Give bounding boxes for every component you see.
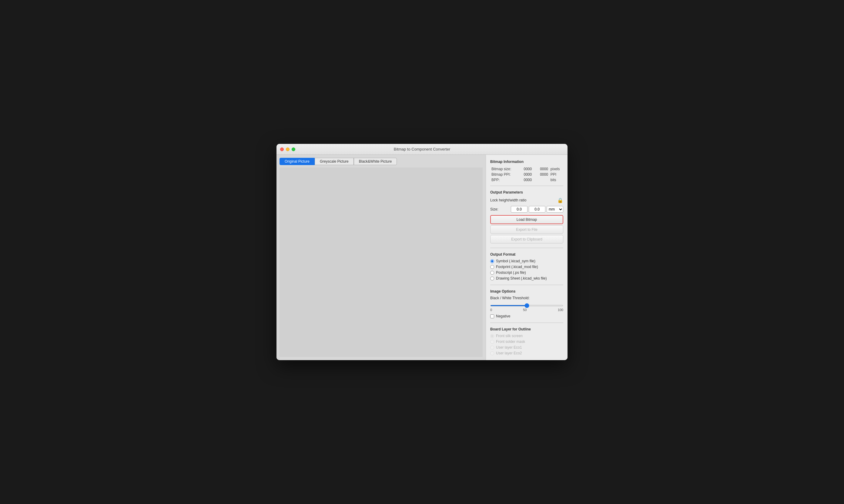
- format-sym-label: Symbol (.kicad_sym file): [496, 259, 535, 263]
- size-unit-select[interactable]: mm mil inch: [547, 206, 563, 213]
- bitmap-size-w: 0000: [517, 166, 533, 172]
- export-to-file-button[interactable]: Export to File: [490, 226, 563, 234]
- layer-user-eco2-label: User layer Eco2: [496, 351, 522, 355]
- main-content: Original Picture Greyscale Picture Black…: [276, 155, 568, 360]
- size-label: Size:: [490, 207, 510, 211]
- board-layer-group: Front silk screen Front solder mask User…: [490, 334, 563, 355]
- slider-marks: 0 50 100: [490, 308, 563, 312]
- lock-ratio-label: Lock height/width ratio: [490, 198, 555, 202]
- app-window: Bitmap to Component Converter Original P…: [276, 144, 568, 360]
- layer-front-silk-radio[interactable]: [490, 334, 494, 338]
- layer-front-solder-radio[interactable]: [490, 340, 494, 344]
- size-width-input[interactable]: [511, 206, 528, 213]
- tab-greyscale[interactable]: Greyscale Picture: [315, 158, 354, 165]
- bitmap-ppi-label: Bitmap PPI:: [490, 172, 517, 177]
- format-ps-radio[interactable]: [490, 271, 494, 275]
- layer-front-silk-label: Front silk screen: [496, 334, 523, 338]
- layer-front-solder[interactable]: Front solder mask: [490, 340, 563, 344]
- negative-checkbox[interactable]: [490, 314, 494, 318]
- bitmap-size-h: 0000: [533, 166, 549, 172]
- output-format-group: Symbol (.kicad_sym file) Footprint (.kic…: [490, 259, 563, 281]
- bitmap-ppi-h: 0000: [533, 172, 549, 177]
- bitmap-info-title: Bitmap Information: [490, 160, 563, 164]
- format-mod[interactable]: Footprint (.kicad_mod file): [490, 265, 563, 269]
- bitmap-info-table: Bitmap size: 0000 0000 pixels Bitmap PPI…: [490, 166, 563, 183]
- format-mod-radio[interactable]: [490, 265, 494, 269]
- layer-user-eco1[interactable]: User layer Eco1: [490, 345, 563, 349]
- bitmap-size-row: Bitmap size: 0000 0000 pixels: [490, 166, 563, 172]
- divider-3: [490, 285, 563, 285]
- bitmap-size-unit: pixels: [549, 166, 563, 172]
- slider-max-label: 100: [558, 308, 563, 312]
- size-row: Size: mm mil inch: [490, 206, 563, 213]
- format-ps-label: Postscript (.ps file): [496, 270, 526, 275]
- image-canvas: [279, 167, 483, 357]
- bitmap-ppi-w: 0000: [517, 172, 533, 177]
- bitmap-bpp-spacer: [533, 177, 549, 183]
- traffic-lights: [280, 147, 295, 151]
- slider-mid-label: 50: [523, 308, 527, 312]
- negative-label: Negative: [496, 314, 510, 318]
- threshold-section: Black / White Threshold: 0 50 100: [490, 296, 563, 312]
- format-wks[interactable]: Drawing Sheet (.kicad_wks file): [490, 276, 563, 281]
- format-sym[interactable]: Symbol (.kicad_sym file): [490, 259, 563, 263]
- right-panel: Bitmap Information Bitmap size: 0000 000…: [486, 155, 568, 360]
- slider-min-label: 0: [490, 308, 492, 312]
- format-wks-radio[interactable]: [490, 276, 494, 281]
- slider-track: [490, 302, 563, 307]
- export-to-clipboard-button[interactable]: Export to Clipboard: [490, 235, 563, 244]
- lock-icon[interactable]: 🔒: [557, 197, 563, 203]
- format-ps[interactable]: Postscript (.ps file): [490, 270, 563, 275]
- threshold-slider[interactable]: [490, 305, 563, 306]
- format-sym-radio[interactable]: [490, 259, 494, 263]
- output-params-title: Output Parameters: [490, 190, 563, 195]
- bitmap-bpp-label: BPP:: [490, 177, 517, 183]
- bitmap-bpp-val: 0000: [517, 177, 533, 183]
- divider-1: [490, 186, 563, 186]
- titlebar: Bitmap to Component Converter: [276, 144, 568, 155]
- layer-user-eco2[interactable]: User layer Eco2: [490, 351, 563, 355]
- bitmap-bpp-row: BPP: 0000 bits: [490, 177, 563, 183]
- format-wks-label: Drawing Sheet (.kicad_wks file): [496, 276, 547, 281]
- window-title: Bitmap to Component Converter: [394, 147, 450, 151]
- tab-original[interactable]: Original Picture: [279, 158, 315, 165]
- divider-4: [490, 323, 563, 323]
- lock-ratio-row: Lock height/width ratio 🔒: [490, 197, 563, 203]
- maximize-button[interactable]: [292, 147, 295, 151]
- load-bitmap-button[interactable]: Load Bitmap: [490, 215, 563, 224]
- close-button[interactable]: [280, 147, 284, 151]
- left-panel: Original Picture Greyscale Picture Black…: [276, 155, 486, 360]
- layer-user-eco1-label: User layer Eco1: [496, 345, 522, 349]
- layer-front-solder-label: Front solder mask: [496, 340, 525, 344]
- minimize-button[interactable]: [286, 147, 290, 151]
- negative-checkbox-item[interactable]: Negative: [490, 314, 563, 318]
- bitmap-ppi-row: Bitmap PPI: 0000 0000 PPI: [490, 172, 563, 177]
- format-mod-label: Footprint (.kicad_mod file): [496, 265, 538, 269]
- tab-bw[interactable]: Black&White Picture: [354, 158, 397, 165]
- layer-user-eco1-radio[interactable]: [490, 346, 494, 349]
- tab-bar: Original Picture Greyscale Picture Black…: [279, 158, 483, 165]
- bitmap-bpp-unit: bits: [549, 177, 563, 183]
- layer-user-eco2-radio[interactable]: [490, 352, 494, 355]
- size-height-input[interactable]: [529, 206, 545, 213]
- output-format-title: Output Format: [490, 252, 563, 256]
- image-options-title: Image Options: [490, 289, 563, 293]
- bitmap-size-label: Bitmap size:: [490, 166, 517, 172]
- threshold-label: Black / White Threshold:: [490, 296, 563, 300]
- layer-front-silk[interactable]: Front silk screen: [490, 334, 563, 338]
- bitmap-ppi-unit: PPI: [549, 172, 563, 177]
- board-layer-title: Board Layer for Outline: [490, 327, 563, 331]
